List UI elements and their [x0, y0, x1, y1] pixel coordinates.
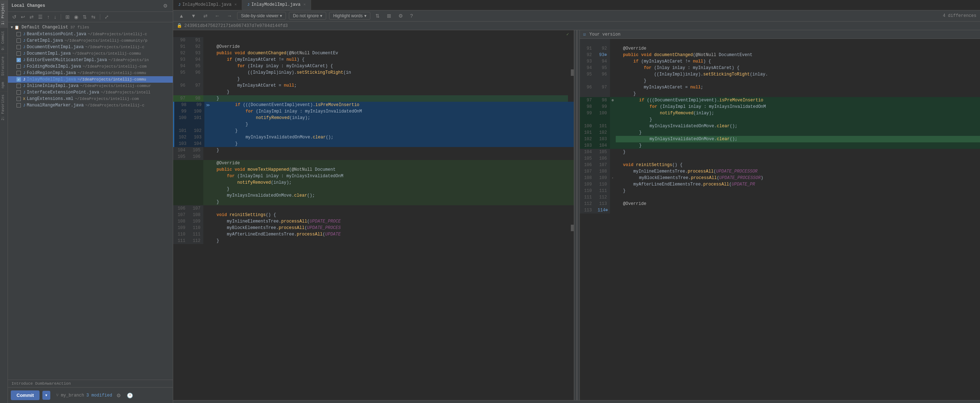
file-item-docimpl[interactable]: J DocumentImpl.java ~/IdeaProjects/intel… [8, 50, 173, 57]
file-item-fold-region[interactable]: J FoldRegionImpl.java ~/IdeaProjects/int… [8, 70, 173, 76]
nav-prev-btn[interactable]: ▲ [177, 12, 186, 20]
r-sp-100 [610, 110, 616, 116]
line-reinit: 107 108 void reinitSettings() { [173, 212, 574, 218]
rlc-c1: } [610, 91, 980, 97]
ln-cfl [173, 186, 188, 192]
diff-tab-1[interactable]: J InlayModelImpl.java × [173, 0, 242, 10]
branch-settings-btn[interactable]: ⚙ [115, 392, 123, 399]
file-item-inlay[interactable]: ✓ J InlayModelImpl.java ~/IdeaProjects/i… [8, 76, 173, 83]
sp-101 [204, 127, 212, 134]
vtab-project[interactable]: 1: Project [0, 0, 8, 28]
rlc-95: for (Inlay inlay : myInlaysAtCaret) { [610, 65, 980, 71]
checkbox-inline[interactable] [16, 84, 21, 88]
refresh-btn[interactable]: ↺ [11, 13, 18, 21]
commit-button[interactable]: Commit [11, 390, 40, 400]
rln-cr: 110 [580, 188, 595, 194]
lc-98: } [203, 95, 568, 102]
diff-tab-2[interactable]: J InlayModelImpl.java × [242, 0, 311, 10]
checkbox-interface[interactable] [16, 90, 21, 94]
checkbox-docimpl[interactable] [16, 51, 21, 56]
ln-ri: 107 [173, 212, 188, 218]
file-item-folding[interactable]: J FoldingModelImpl.java ~/IdeaProjects/i… [8, 63, 173, 70]
line-indent2: } [173, 89, 574, 95]
panel-settings-btn[interactable]: ⚙ [162, 2, 169, 10]
right-diff-pane[interactable]: ☑ Your version 91 92 @Override 92 93 [580, 30, 980, 400]
left-diff-pane[interactable]: ✓ 90 91 91 92 @Override 92 93 [173, 30, 574, 400]
ignore-mode-btn[interactable]: Do not ignore ▾ [289, 12, 326, 20]
rlc-105: } [610, 149, 980, 155]
nav-next-btn[interactable]: ▼ [189, 12, 198, 20]
checkbox-caret[interactable] [16, 38, 21, 43]
view-btn[interactable]: ◉ [73, 13, 80, 21]
checkbox-lang[interactable] [16, 97, 21, 101]
line-97: 96 97 myInlaysAtCaret = null; [173, 82, 574, 89]
lc-105 [203, 153, 574, 160]
changelist-header[interactable]: ▼ 📋 Default Changelist 37 files [8, 24, 173, 31]
rln-105r: 105 [595, 149, 610, 155]
stage-btn[interactable]: ⇄ [28, 13, 35, 21]
sort-btn[interactable]: ⇅ [81, 13, 88, 21]
vtab-commit[interactable]: 9: Commit [0, 28, 8, 53]
rline-93: 92 93⊕ public void documentChanged(@NotN… [580, 52, 980, 58]
shelve-btn[interactable]: ☰ [37, 13, 44, 21]
filter-btn[interactable]: ⇆ [90, 13, 97, 21]
ln-fir [188, 173, 203, 179]
checkbox-editor[interactable]: ✓ [16, 58, 21, 62]
file-item-caret[interactable]: J CaretImpl.java ~/IdeaProjects/intellij… [8, 37, 173, 44]
left-code-lines: ✓ 90 91 91 92 @Override 92 93 [173, 30, 574, 244]
commit-dropdown-btn[interactable]: ▾ [42, 391, 50, 400]
diff-help-btn[interactable]: ? [408, 12, 415, 20]
line-94: 93 94 if (myInlaysAtCaret != null) { [173, 56, 574, 63]
r-sp-103 [610, 136, 616, 142]
diff-gear-btn[interactable]: ⚙ [396, 12, 405, 20]
rlc-98: if (((DocumentEventImpl)event).isPreMove… [616, 97, 980, 104]
download-btn[interactable]: ↓ [52, 13, 58, 21]
nav-swap-btn[interactable]: ⇄ [201, 12, 210, 20]
rln-93r: 93⊕ [595, 52, 610, 58]
ln-91l: 90 [173, 37, 188, 43]
file-item-bean[interactable]: J BeanExtensionPoint.java ~/IdeaProjects… [8, 31, 173, 37]
horizontal-scrollbar[interactable] [173, 400, 980, 403]
rlc-93: public void documentChanged(@NotNull Doc… [610, 52, 980, 58]
line-102b: 102 103 myInlaysInvalidatedOnMove.clear(… [174, 134, 574, 140]
tab-close-2[interactable]: × [303, 3, 306, 7]
vtab-favorites[interactable]: 2: Favorites [0, 91, 8, 123]
nav-fwd-btn[interactable]: → [225, 12, 234, 20]
nav-back-btn[interactable]: ← [213, 12, 222, 20]
line-inline: 108 109 myInlineElementsTree.processAll(… [173, 218, 574, 225]
rln-94r: 94 [595, 58, 610, 65]
line-indent3: } [174, 121, 574, 127]
diff-settings-extra[interactable]: ⇅ [373, 12, 382, 20]
file-item-manual[interactable]: J ManualRangeMarker.java ~/IdeaProjects/… [8, 102, 173, 108]
rln-rinit: 106 [580, 162, 595, 168]
vtab-npm[interactable]: npm [0, 79, 8, 91]
checkbox-inlay[interactable]: ✓ [16, 77, 21, 81]
line-105: 105 106 [173, 153, 574, 160]
file-item-lang[interactable]: X LangExtensions.xml ~/IdeaProjects/inte… [8, 96, 173, 102]
view-mode-btn[interactable]: Side-by-side viewer ▾ [237, 12, 286, 20]
upload-btn[interactable]: ↑ [46, 13, 51, 21]
checkbox-docimp[interactable] [16, 45, 21, 49]
tab-close-1[interactable]: × [234, 3, 237, 7]
li-94 [568, 56, 574, 63]
lc-93: public void documentChanged(@NotNull Doc… [203, 50, 568, 56]
highlight-mode-btn[interactable]: Highlight words ▾ [329, 12, 370, 20]
checkbox-manual[interactable] [16, 103, 21, 107]
file-item-editor[interactable]: ✓ J EditorEventMulticasterImpl.java ~/Id… [8, 57, 173, 63]
group-btn[interactable]: ⊞ [64, 13, 71, 21]
vtab-structure[interactable]: Structure [0, 53, 8, 79]
expand-btn[interactable]: ⤢ [103, 13, 110, 21]
diff-columns-btn[interactable]: ⊞ [385, 12, 393, 20]
file-item-interface[interactable]: J InterfaceExtensionPoint.java ~/IdeaPro… [8, 89, 173, 96]
checkbox-folding[interactable] [16, 64, 21, 68]
checkbox-bean[interactable] [16, 32, 21, 36]
view-mode-label: Side-by-side viewer [241, 13, 279, 18]
checkbox-fold-region[interactable] [16, 71, 21, 75]
rollback-btn[interactable]: ↩ [19, 13, 27, 21]
ln-ind1r [188, 76, 203, 82]
lc-clr: myInlaysInvalidatedOnMove.clear(); [203, 192, 574, 199]
file-item-inline[interactable]: J InlineInlayImpl.java ~/IdeaProjects/in… [8, 83, 173, 89]
filename-manual: ManualRangeMarker.java [27, 103, 84, 108]
file-item-docimp[interactable]: J DocumentEventImpl.java ~/IdeaProjects/… [8, 44, 173, 50]
branch-history-btn[interactable]: 🕐 [126, 392, 134, 399]
